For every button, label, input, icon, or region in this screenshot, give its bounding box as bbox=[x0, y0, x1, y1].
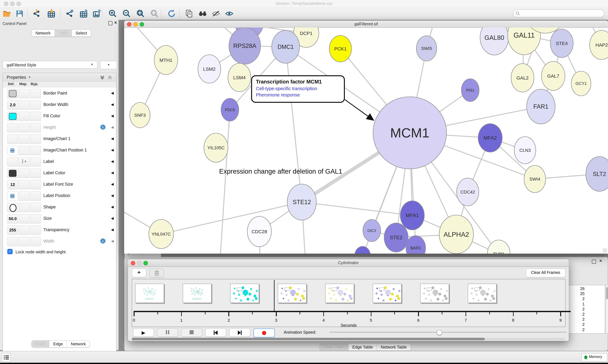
default-swatch[interactable] bbox=[9, 90, 16, 97]
zoom-fit-icon[interactable] bbox=[136, 9, 145, 18]
network-node-STE2[interactable]: STE2 bbox=[384, 223, 408, 252]
skip-end-button[interactable] bbox=[229, 328, 250, 337]
network-node-GAL2[interactable]: GAL2 bbox=[511, 64, 534, 92]
network-node-PDC5[interactable]: PDC5 bbox=[221, 98, 239, 121]
network-node-TUP1[interactable]: TUP1 bbox=[487, 240, 510, 254]
tab-node[interactable]: Node bbox=[32, 341, 49, 347]
info-icon[interactable]: i bbox=[100, 238, 105, 244]
frame-thumbnail-6[interactable] bbox=[373, 284, 401, 303]
speed-slider[interactable] bbox=[329, 332, 566, 333]
log-console-button[interactable] bbox=[2, 353, 11, 362]
default-swatch[interactable] bbox=[9, 113, 16, 120]
table-row[interactable]: 2 bbox=[569, 327, 605, 332]
default-value[interactable]: 12 bbox=[8, 182, 18, 187]
position-icon[interactable] bbox=[8, 192, 18, 200]
first-neighbors-icon[interactable] bbox=[198, 9, 207, 18]
tab-network-bottom[interactable]: Network bbox=[67, 341, 90, 347]
property-row-label-position[interactable]: Label Position◀ bbox=[3, 190, 116, 202]
network-node-SWI5[interactable]: SWI5 bbox=[416, 36, 437, 61]
annotation-link-2[interactable]: Pheromone response bbox=[256, 92, 340, 97]
style-options-button[interactable]: ▾ bbox=[100, 61, 117, 69]
style-selector[interactable]: galFiltered Style bbox=[2, 61, 97, 69]
default-value[interactable]: 50.0 bbox=[8, 216, 18, 221]
tab-edge-table[interactable]: Edge Table bbox=[348, 344, 377, 351]
save-icon[interactable] bbox=[15, 9, 24, 18]
tab-network-table[interactable]: Network Table bbox=[377, 344, 411, 351]
play-button[interactable]: ▶ bbox=[133, 328, 154, 337]
memory-button[interactable]: Memory bbox=[581, 353, 607, 362]
network-canvas[interactable]: RPS28BDCP1RPS28ADMC1PCK1SWI5GAL80GAL11ST… bbox=[124, 27, 608, 254]
frame-thumbnail-3[interactable] bbox=[230, 284, 259, 303]
default-swatch[interactable] bbox=[9, 170, 16, 177]
expand-arrow-icon[interactable]: ◀ bbox=[111, 171, 114, 175]
network-node-LSM2[interactable]: LSM2 bbox=[198, 55, 221, 83]
network-node-MFA1[interactable]: MFA1 bbox=[400, 201, 424, 230]
tab-node-table[interactable]: Node Table bbox=[320, 344, 348, 351]
expand-arrow-icon[interactable]: ◀ bbox=[111, 239, 114, 243]
search-input[interactable] bbox=[513, 10, 604, 17]
info-icon[interactable]: i bbox=[100, 125, 105, 130]
export-network-icon[interactable] bbox=[65, 9, 74, 18]
annotation-link-1[interactable]: Cell-type-specific transcription bbox=[256, 86, 340, 91]
network-node-PIS1[interactable]: PIS1 bbox=[461, 79, 479, 102]
frame-thumbnail-1[interactable] bbox=[135, 284, 164, 303]
network-node-SWI4[interactable]: SWI4 bbox=[524, 165, 546, 193]
expand-arrow-icon[interactable]: ◀ bbox=[111, 103, 114, 106]
open-folder-icon[interactable] bbox=[2, 9, 11, 18]
expand-arrow-icon[interactable]: ◀ bbox=[111, 216, 114, 221]
show-icon[interactable] bbox=[225, 9, 234, 18]
pause-button[interactable] bbox=[157, 328, 178, 337]
network-node-STE12[interactable]: STE12 bbox=[287, 184, 316, 220]
expand-arrow-icon[interactable]: ◀ bbox=[111, 182, 114, 186]
table-row[interactable]: 2 bbox=[569, 297, 605, 301]
property-row-border-paint[interactable]: Border Paint◀ bbox=[3, 88, 116, 99]
network-node-MCM1[interactable]: MCM1 bbox=[373, 97, 446, 169]
stop-button[interactable] bbox=[181, 328, 202, 337]
network-node-BAR1[interactable]: BAR1 bbox=[406, 236, 426, 254]
network-node-GIC2[interactable]: GIC2 bbox=[363, 220, 381, 242]
network-node-CLN3[interactable]: CLN3 bbox=[514, 137, 536, 164]
timeline[interactable]: 0123456789 Seconds bbox=[132, 279, 566, 327]
close-panel-icon[interactable]: × bbox=[114, 20, 117, 25]
network-node-YIL105C[interactable]: YIL105C bbox=[204, 133, 228, 162]
tab-select[interactable]: Select bbox=[72, 30, 91, 36]
collapse-all-icon[interactable] bbox=[107, 75, 112, 80]
property-row-border-width[interactable]: 2.0Border Width◀ bbox=[3, 99, 116, 111]
network-node-ALPHA2[interactable]: ALPHA2 bbox=[439, 215, 473, 254]
annotation-box[interactable]: Transcription factor MCM1 Cell-type-spec… bbox=[251, 75, 345, 103]
default-value[interactable]: 2.0 bbox=[8, 103, 18, 107]
network-node-LSM4[interactable]: LSM4 bbox=[228, 63, 251, 92]
table-row[interactable]: 2 bbox=[569, 317, 605, 322]
table-row[interactable]: 26 bbox=[569, 286, 605, 291]
table-row[interactable]: 1 bbox=[569, 302, 605, 306]
cyanimator-titlebar[interactable]: CyAnimator bbox=[128, 259, 569, 267]
import-network-icon[interactable] bbox=[32, 9, 41, 18]
property-row-size[interactable]: 50.0Size◀ bbox=[3, 213, 116, 224]
clear-all-frames-button[interactable]: Clear All Frames bbox=[526, 269, 566, 277]
playhead[interactable] bbox=[274, 280, 274, 312]
property-row-transparency[interactable]: 255Transparency◀ bbox=[3, 224, 116, 236]
table-scrollbar-thumb[interactable] bbox=[606, 287, 608, 299]
expand-arrow-icon[interactable]: ◀ bbox=[111, 159, 114, 164]
zoom-out-icon[interactable] bbox=[122, 9, 131, 18]
network-node-DMC1[interactable]: DMC1 bbox=[272, 30, 300, 63]
property-row-label-font-size[interactable]: 12Label Font Size◀ bbox=[3, 179, 116, 190]
export-table-icon[interactable] bbox=[79, 9, 88, 18]
network-node-MTH1[interactable]: MTH1 bbox=[154, 46, 178, 75]
export-image-icon[interactable] bbox=[93, 9, 101, 18]
properties-title[interactable]: Properties bbox=[7, 75, 26, 80]
expand-all-icon[interactable] bbox=[100, 75, 105, 80]
refresh-icon[interactable] bbox=[167, 9, 176, 18]
property-row-width[interactable]: Widthi◀ bbox=[3, 236, 116, 247]
tab-network[interactable]: Network bbox=[32, 30, 55, 36]
property-row-label-color[interactable]: Label Color◀ bbox=[3, 167, 116, 179]
property-row-fill-color[interactable]: Fill Color◀ bbox=[3, 110, 116, 122]
expand-arrow-icon[interactable]: ◀ bbox=[111, 91, 114, 95]
float-table-panel-icon[interactable] bbox=[592, 260, 596, 264]
table-row[interactable]: 2 bbox=[569, 312, 605, 317]
network-node-GAL80[interactable]: GAL80 bbox=[480, 27, 509, 55]
record-button[interactable] bbox=[253, 328, 275, 338]
table-scrollbar[interactable] bbox=[606, 285, 608, 334]
caption-text[interactable]: Expression change after deletion of GAL1 bbox=[219, 168, 342, 175]
network-node-CDC42[interactable]: CDC42 bbox=[457, 178, 479, 206]
